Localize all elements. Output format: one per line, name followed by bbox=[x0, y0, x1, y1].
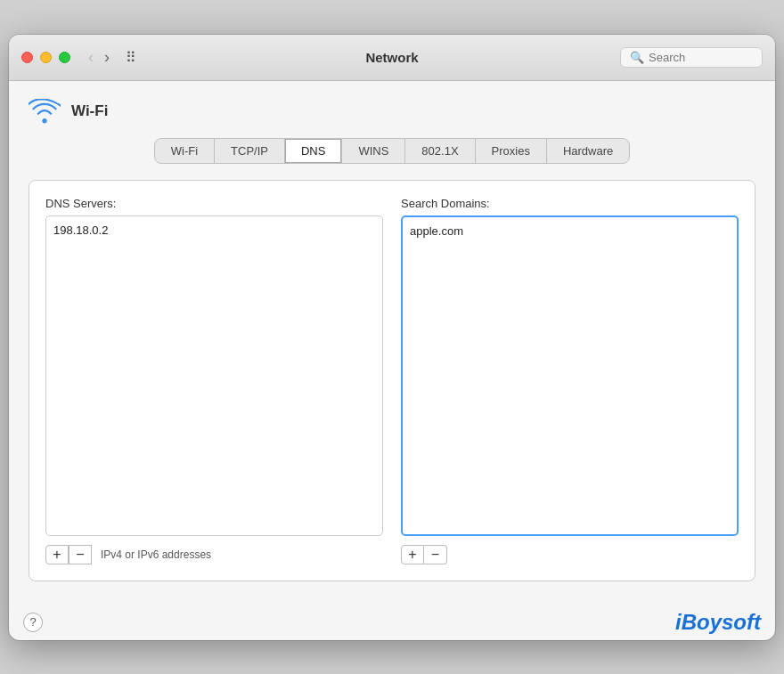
tab-dns[interactable]: DNS bbox=[285, 139, 342, 163]
tab-wins[interactable]: WINS bbox=[342, 139, 405, 163]
traffic-lights bbox=[21, 52, 70, 63]
search-domains-value: apple.com bbox=[410, 224, 730, 238]
dns-add-button[interactable]: + bbox=[45, 545, 69, 564]
dns-servers-value: 198.18.0.2 bbox=[53, 223, 375, 237]
forward-button[interactable]: › bbox=[101, 47, 113, 67]
tab-hardware[interactable]: Hardware bbox=[547, 139, 629, 163]
search-bar[interactable]: 🔍 bbox=[620, 47, 763, 68]
bottom-bar: ? iBoysoft bbox=[9, 601, 775, 640]
brand-i: i bbox=[675, 610, 682, 634]
dns-servers-label: DNS Servers: bbox=[45, 197, 383, 210]
dns-servers-col: DNS Servers: 198.18.0.2 bbox=[45, 197, 383, 536]
search-input[interactable] bbox=[649, 51, 753, 64]
window: ‹ › ⠿ Network 🔍 Wi-Fi Wi-Fi TCP/IP DNS bbox=[9, 35, 775, 640]
maximize-button[interactable] bbox=[59, 52, 70, 63]
controls-row: + − IPv4 or IPv6 addresses + − bbox=[45, 545, 739, 564]
dns-hint: IPv4 or IPv6 addresses bbox=[101, 548, 211, 561]
fields-row: DNS Servers: 198.18.0.2 Search Domains: … bbox=[45, 197, 739, 536]
nav-arrows: ‹ › bbox=[85, 47, 113, 67]
search-domains-col: Search Domains: apple.com bbox=[401, 197, 739, 536]
back-button[interactable]: ‹ bbox=[85, 47, 97, 67]
titlebar: ‹ › ⠿ Network 🔍 bbox=[9, 35, 775, 81]
search-domains-controls: + − bbox=[401, 545, 739, 564]
sd-remove-button[interactable]: − bbox=[424, 545, 447, 564]
window-title: Network bbox=[365, 50, 418, 65]
dns-panel: DNS Servers: 198.18.0.2 Search Domains: … bbox=[29, 180, 755, 581]
search-domains-label: Search Domains: bbox=[401, 197, 739, 210]
tabs: Wi-Fi TCP/IP DNS WINS 802.1X Proxies Har… bbox=[154, 138, 631, 164]
help-button[interactable]: ? bbox=[23, 613, 43, 632]
content: Wi-Fi Wi-Fi TCP/IP DNS WINS 802.1X Proxi… bbox=[9, 81, 775, 601]
wifi-label: Wi-Fi bbox=[71, 102, 108, 120]
brand-logo: iBoysoft bbox=[675, 610, 761, 635]
grid-icon[interactable]: ⠿ bbox=[126, 49, 136, 66]
tab-8021x[interactable]: 802.1X bbox=[405, 139, 475, 163]
dns-servers-box[interactable]: 198.18.0.2 bbox=[45, 215, 383, 536]
search-domains-box[interactable]: apple.com bbox=[401, 215, 739, 536]
sd-add-button[interactable]: + bbox=[401, 545, 424, 564]
dns-servers-controls: + − IPv4 or IPv6 addresses bbox=[45, 545, 383, 564]
minimize-button[interactable] bbox=[40, 52, 52, 63]
wifi-header: Wi-Fi bbox=[29, 99, 755, 124]
wifi-icon bbox=[29, 99, 61, 124]
dns-remove-button[interactable]: − bbox=[69, 545, 92, 564]
tab-proxies[interactable]: Proxies bbox=[476, 139, 547, 163]
brand-text: Boysoft bbox=[682, 610, 761, 634]
tab-wifi[interactable]: Wi-Fi bbox=[155, 139, 215, 163]
tab-tcpip[interactable]: TCP/IP bbox=[215, 139, 285, 163]
search-icon: 🔍 bbox=[630, 51, 644, 64]
close-button[interactable] bbox=[21, 52, 33, 63]
